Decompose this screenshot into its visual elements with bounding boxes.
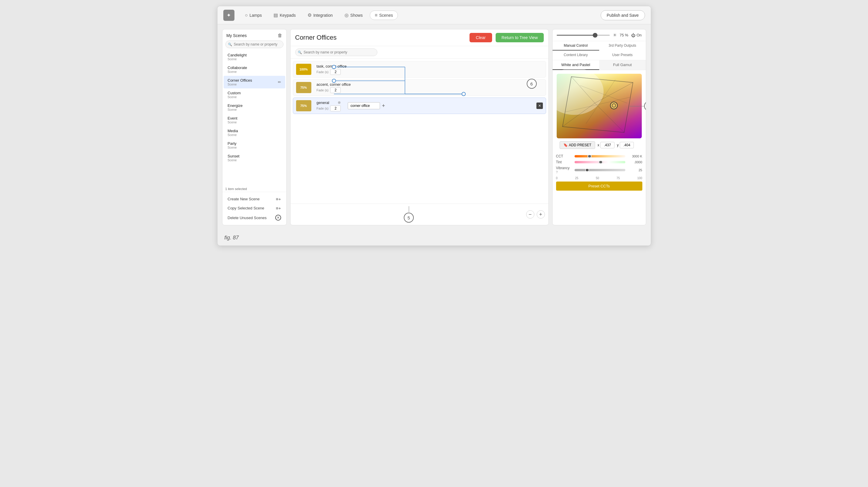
fixture-row-accent[interactable]: 75% accent, corner office Fade (s) (293, 79, 546, 96)
power-button[interactable]: ⏻ On (631, 33, 642, 37)
tab-content-library[interactable]: Content Library (553, 51, 599, 60)
scene-name: Media (228, 128, 238, 133)
scene-type: Scene (228, 158, 240, 162)
fade-input-general[interactable] (330, 106, 341, 111)
brightness-value: 75 % (620, 33, 628, 37)
scene-item-custom[interactable]: Custom Scene (224, 88, 285, 101)
cct-thumb[interactable] (587, 155, 592, 157)
remove-fixture-button[interactable]: ✕ (536, 103, 543, 109)
add-preset-button[interactable]: 🔖 ADD PRESET (560, 141, 595, 149)
vibrancy-value: 25 (628, 168, 642, 172)
scenes-icon: ≡ (375, 12, 377, 18)
fade-input-task[interactable] (330, 69, 341, 75)
scene-type: Scene (228, 57, 247, 61)
scene-item-party[interactable]: Party Scene (224, 139, 285, 151)
tab-user-presets[interactable]: User Presets (599, 51, 646, 60)
vibrancy-scale-50: 50 (596, 176, 599, 180)
coord-x-field[interactable] (600, 142, 615, 148)
vibrancy-scale-100: 100 (638, 176, 642, 180)
scene-item-collaborate[interactable]: Collaborate Scene (224, 63, 285, 76)
fixture-name-accent: accent, corner office (317, 82, 364, 87)
add-preset-area: 🔖 ADD PRESET x y (556, 141, 642, 149)
level-badge-accent: 75% (296, 82, 311, 93)
fixture-row-general[interactable]: 75% general ⊗ Fade (s) (293, 97, 546, 114)
scene-name: Candlelight (228, 53, 247, 57)
scene-type: Scene (228, 133, 238, 137)
coord-y-field[interactable] (620, 142, 634, 148)
nav-keypads[interactable]: ▤ Keypads (269, 10, 300, 20)
middle-search-wrap: 🔍 (290, 46, 549, 59)
create-scene-label: Create New Scene (228, 197, 260, 201)
delete-scenes-button[interactable]: Delete Unused Scenes ✕ (225, 213, 284, 223)
fixture-search-input[interactable] (295, 49, 377, 56)
clear-button[interactable]: Clear (469, 33, 492, 42)
nav-scenes[interactable]: ≡ Scenes (370, 10, 398, 20)
coord-x-input: x (597, 142, 615, 148)
tab-3rd-party[interactable]: 3rd Party Outputs (599, 41, 646, 51)
level-badge-task: 100% (296, 64, 311, 75)
delete-icon[interactable]: 🗑 (278, 33, 282, 38)
scene-search-input[interactable] (225, 40, 283, 48)
vibrancy-scale-75: 75 (617, 176, 620, 180)
fade-control-task: Fade (s) (317, 69, 364, 75)
scene-title: Corner Offices (295, 34, 466, 41)
vibrancy-track[interactable] (575, 169, 625, 171)
fade-label-task: Fade (s) (317, 70, 329, 74)
left-panel: My Scenes 🗑 🔍 Candlelight Scene (222, 29, 287, 225)
fade-control-general: Fade (s) (317, 106, 341, 111)
scene-item-media[interactable]: Media Scene (224, 126, 285, 139)
scene-item-energize[interactable]: Energize Scene (224, 101, 285, 114)
publish-save-button[interactable]: Publish and Save (601, 10, 645, 20)
scene-item-candlelight[interactable]: Candlelight Scene (224, 51, 285, 63)
scene-type: Scene (228, 146, 237, 149)
callout-5: 5 (404, 213, 414, 223)
add-tag-button[interactable]: + (382, 103, 385, 109)
vibrancy-thumb[interactable] (585, 169, 589, 171)
edit-icon[interactable]: ✏ (278, 80, 281, 84)
fig-label: fig. 87 (217, 230, 651, 246)
tab-full-gamut[interactable]: Full Gamut (599, 60, 646, 70)
scene-item-corner-offices[interactable]: Corner Offices Scene ✏ (224, 76, 285, 88)
copy-scene-icon: ≡+ (276, 206, 281, 210)
nav-lamps[interactable]: ○ Lamps (240, 11, 267, 20)
brightness-slider-wrap (557, 35, 610, 36)
tint-track[interactable] (575, 161, 625, 163)
scene-name: Corner Offices (228, 78, 252, 83)
remove-name-icon[interactable]: ⊗ (338, 101, 341, 105)
brightness-display: 75 % (620, 33, 628, 37)
scene-name: Sunset (228, 154, 240, 158)
tint-value: .0000 (628, 161, 642, 164)
scene-type: Scene (228, 95, 241, 99)
brightness-slider[interactable] (557, 35, 610, 36)
scene-type: Scene (228, 83, 252, 86)
cct-track[interactable] (575, 155, 625, 157)
fade-input-accent[interactable] (330, 87, 341, 93)
tree-view-button[interactable]: Return to Tree View (496, 33, 544, 42)
vibrancy-help-icon[interactable]: ? (556, 170, 558, 174)
zoom-in-button[interactable]: + (537, 210, 545, 219)
lamps-icon: ○ (245, 12, 248, 18)
color-picker-area: 7 🔖 ADD PRESET x y (553, 70, 646, 152)
brightness-icon: ☀ (613, 32, 617, 38)
tag-input[interactable] (348, 102, 380, 109)
copy-scene-label: Copy Selected Scene (228, 206, 265, 210)
tint-thumb[interactable] (599, 161, 603, 163)
copy-scene-button[interactable]: Copy Selected Scene ≡+ (225, 204, 284, 213)
zoom-out-button[interactable]: − (526, 210, 534, 219)
preset-ccts-button[interactable]: Preset CCTs (556, 181, 642, 191)
fixture-list: 100% task, corner office Fade (s) 75% ac… (290, 59, 549, 204)
scene-search-wrap: 🔍 (225, 40, 283, 48)
nav-shows[interactable]: ◎ Shows (340, 10, 367, 20)
callout-7: 7 (644, 101, 646, 111)
scene-item-sunset[interactable]: Sunset Scene (224, 151, 285, 164)
create-scene-button[interactable]: Create New Scene ≡+ (225, 195, 284, 204)
fixture-row-task[interactable]: 100% task, corner office Fade (s) (293, 61, 546, 78)
fade-control-accent: Fade (s) (317, 87, 364, 93)
color-wheel[interactable]: 7 (556, 74, 642, 138)
nav-bar: ✦ ○ Lamps ▤ Keypads ⚙ Integration ◎ Show… (217, 6, 651, 24)
create-scene-icon: ≡+ (276, 197, 281, 201)
tab-manual-control[interactable]: Manual Control (553, 41, 599, 51)
power-icon: ⏻ (631, 33, 635, 37)
nav-integration[interactable]: ⚙ Integration (303, 10, 337, 20)
scene-item-event[interactable]: Event Scene (224, 114, 285, 126)
